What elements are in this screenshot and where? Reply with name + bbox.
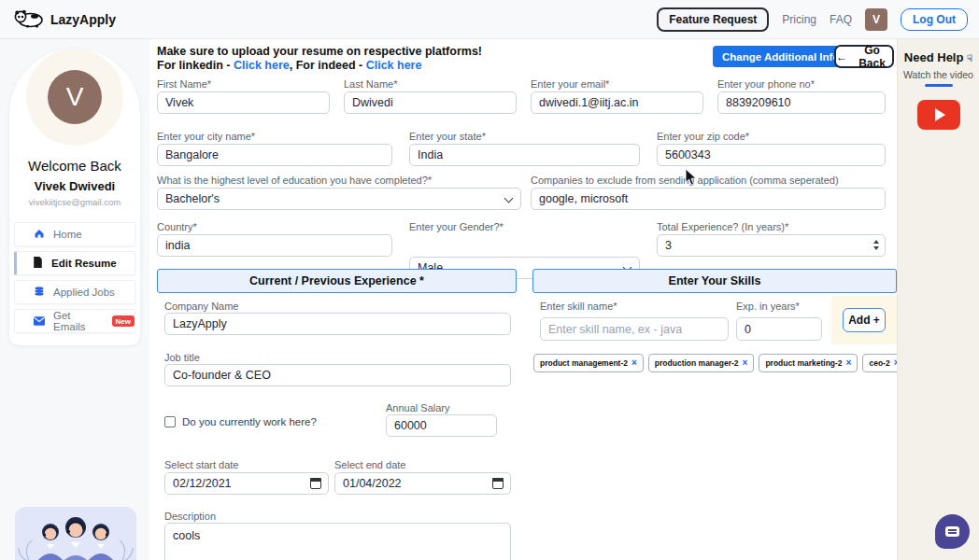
- profile-card: V Welcome Back Vivek Dwivedi vivekiitjcs…: [9, 49, 140, 345]
- user-name: Vivek Dwivedi: [9, 179, 140, 193]
- go-back-button[interactable]: ← Go Back: [834, 45, 894, 68]
- company-name-field[interactable]: [164, 313, 511, 335]
- skill-tag-label: product marketing-2: [765, 358, 842, 368]
- start-date-field[interactable]: [164, 472, 329, 495]
- topbar-avatar[interactable]: V: [865, 8, 887, 31]
- phone-field[interactable]: [717, 91, 886, 114]
- experience-panel-header: Current / Previous Experience *: [157, 269, 517, 293]
- last-name-label: Last Name*: [344, 78, 397, 90]
- home-icon: [34, 226, 45, 243]
- end-date-label: Select end date: [334, 459, 405, 470]
- new-badge: New: [112, 315, 135, 327]
- company-name-label: Company Name: [164, 301, 238, 312]
- layers-icon: [34, 284, 45, 301]
- sidebar-item-label: Get Emails: [53, 310, 104, 332]
- document-icon: [33, 255, 43, 272]
- country-field[interactable]: [157, 234, 392, 257]
- user-email: vivekiitjcse@gmail.com: [9, 197, 140, 207]
- calendar-icon[interactable]: [310, 478, 321, 489]
- description-field[interactable]: [164, 523, 511, 560]
- email-field[interactable]: [531, 91, 703, 114]
- lazyapply-app: LazyApply Feature Request Pricing FAQ V …: [0, 0, 979, 560]
- linkedin-prefix: For linkedin -: [157, 59, 234, 72]
- exclude-companies-label: Companies to exclude from sending applic…: [531, 175, 839, 186]
- first-name-field[interactable]: [157, 91, 330, 114]
- state-label: Enter your state*: [409, 131, 486, 142]
- help-strip: Need Help ☟ Watch the video: [897, 39, 979, 560]
- logout-button[interactable]: Log Out: [901, 8, 968, 31]
- remove-skill-icon[interactable]: ×: [743, 359, 748, 367]
- sidebar-item-edit-resume[interactable]: Edit Resume: [14, 251, 135, 275]
- play-icon: [935, 108, 945, 121]
- zip-label: Enter your zip code*: [657, 131, 749, 142]
- remove-skill-icon[interactable]: ×: [846, 359, 852, 367]
- sidebar-item-get-emails[interactable]: Get Emails New: [14, 309, 135, 333]
- sidebar-nav: Home Edit Resume: [9, 222, 140, 333]
- skill-exp-field[interactable]: [736, 317, 822, 341]
- youtube-play-button[interactable]: [917, 100, 960, 130]
- change-additional-info-button[interactable]: Change Additional Info: [713, 46, 848, 67]
- avatar-backdrop: V: [26, 49, 123, 146]
- sidebar-avatar: V: [48, 70, 102, 124]
- skill-name-field[interactable]: [540, 317, 729, 341]
- skill-tag-label: ceo-2: [869, 358, 889, 368]
- brand[interactable]: LazyApply: [13, 8, 116, 31]
- city-field[interactable]: [157, 144, 392, 166]
- resume-notice-line2: For linkedin - Click here, For indeed - …: [157, 59, 421, 72]
- last-name-field[interactable]: [344, 91, 517, 114]
- resume-notice-line1: Make sure to upload your resume on respe…: [157, 45, 482, 58]
- sidebar-item-label: Applied Jobs: [53, 287, 115, 298]
- description-label: Description: [164, 511, 216, 522]
- indeed-prefix: , For indeed -: [290, 59, 366, 72]
- total-experience-field[interactable]: [657, 234, 886, 257]
- indeed-click-here-link[interactable]: Click here: [366, 59, 422, 72]
- sidebar: V Welcome Back Vivek Dwivedi vivekiitjcs…: [0, 39, 149, 560]
- current-work-label: Do you currently work here?: [182, 416, 317, 427]
- need-help-text: Need Help: [904, 50, 964, 64]
- pricing-link[interactable]: Pricing: [782, 13, 816, 26]
- chat-widget-button[interactable]: [935, 514, 970, 549]
- state-field[interactable]: [409, 144, 640, 166]
- skills-panel-header: Enter Your Skills: [532, 269, 897, 293]
- welcome-text: Welcome Back: [9, 158, 140, 174]
- add-skill-button[interactable]: Add +: [843, 308, 886, 332]
- watch-video-link[interactable]: Watch the video: [898, 69, 979, 80]
- go-back-label: Go Back: [852, 44, 892, 70]
- faq-link[interactable]: FAQ: [830, 13, 852, 26]
- sidebar-item-home[interactable]: Home: [14, 222, 135, 246]
- gender-label: Enter your Gender?*: [409, 221, 504, 232]
- education-selected-value: Bachelor's: [165, 192, 220, 205]
- brand-name: LazyApply: [50, 12, 116, 27]
- job-title-field[interactable]: [164, 364, 511, 386]
- current-work-row: Do you currently work here?: [164, 416, 317, 427]
- chat-icon: [945, 526, 959, 537]
- top-bar: LazyApply Feature Request Pricing FAQ V …: [0, 0, 979, 39]
- support-team-illustration: [15, 507, 136, 560]
- exclude-companies-field[interactable]: [531, 188, 886, 210]
- end-date-field[interactable]: [334, 472, 511, 495]
- total-experience-stepper[interactable]: [657, 234, 886, 257]
- start-date-label: Select start date: [164, 459, 239, 470]
- country-label: Country*: [157, 221, 197, 232]
- annual-salary-field[interactable]: [386, 414, 497, 437]
- number-stepper-icon[interactable]: [873, 240, 879, 250]
- feature-request-button[interactable]: Feature Request: [657, 7, 769, 32]
- education-label: What is the highest level of education y…: [157, 175, 432, 186]
- mail-icon: [34, 313, 45, 329]
- calendar-icon[interactable]: [492, 478, 504, 489]
- education-select[interactable]: Bachelor's: [157, 188, 521, 210]
- sidebar-item-label: Edit Resume: [51, 258, 117, 269]
- skill-tag-label: product management-2: [540, 358, 628, 368]
- start-date-picker[interactable]: [164, 472, 329, 495]
- annual-salary-label: Annual Salary: [386, 402, 450, 413]
- top-right-group: Feature Request Pricing FAQ V Log Out: [657, 7, 968, 32]
- skill-tag: product marketing-2 ×: [759, 354, 858, 372]
- remove-skill-icon[interactable]: ×: [631, 359, 637, 367]
- linkedin-click-here-link[interactable]: Click here: [234, 59, 290, 72]
- sidebar-item-applied-jobs[interactable]: Applied Jobs: [14, 280, 135, 304]
- city-label: Enter your city name*: [157, 131, 255, 142]
- zip-field[interactable]: [657, 144, 886, 166]
- watch-video-underline: [925, 84, 953, 87]
- current-work-checkbox[interactable]: [164, 416, 176, 427]
- end-date-picker[interactable]: [334, 472, 511, 495]
